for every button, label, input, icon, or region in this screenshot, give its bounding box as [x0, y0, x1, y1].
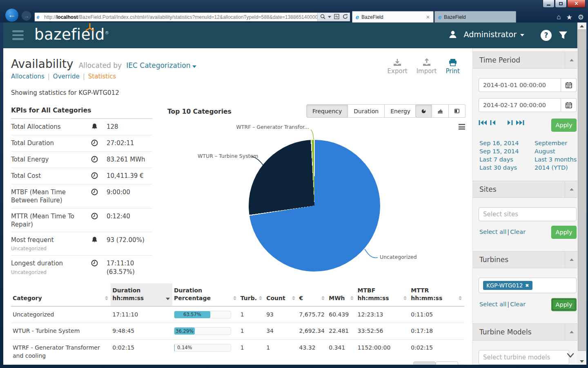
- turbines-clear-link[interactable]: Clear: [510, 301, 526, 307]
- table-row: Uncategorized17:11:1063.57%1937,675.7260…: [11, 306, 464, 323]
- quick-link[interactable]: 2014 (YTD): [535, 164, 577, 172]
- table-cell: 0:02:15: [409, 339, 464, 364]
- column-header-3[interactable]: Turb.: [239, 283, 265, 306]
- filter-icon[interactable]: [558, 30, 568, 42]
- kpi-row: Total Energy83.261 MWh: [11, 152, 152, 168]
- column-header-0[interactable]: Category: [11, 283, 111, 306]
- scrollbar-thumb[interactable]: [578, 29, 586, 351]
- metric-button-duration[interactable]: Duration: [348, 104, 385, 118]
- page-scrollbar[interactable]: [577, 22, 586, 365]
- chart-context-menu-icon[interactable]: [459, 124, 465, 131]
- scrollbar-down-icon[interactable]: [577, 358, 586, 365]
- column-header-5[interactable]: €: [298, 283, 327, 306]
- pie-chart[interactable]: [249, 140, 380, 272]
- turbines-select-all-link[interactable]: Select all: [479, 301, 506, 307]
- sites-select-all-link[interactable]: Select all: [479, 229, 506, 235]
- quick-link[interactable]: Last 7 days: [479, 155, 519, 164]
- favorites-star-icon[interactable]: ★: [566, 13, 572, 22]
- turbine-models-section-header[interactable]: Turbine Models: [473, 323, 578, 341]
- sort-icon: [321, 296, 325, 300]
- selected-turbine-tag: KGP-WTG012✖: [483, 281, 532, 290]
- quick-link[interactable]: September: [535, 139, 577, 147]
- column-header-7[interactable]: MTBF hh:mm:ss: [356, 283, 410, 306]
- export-button[interactable]: Export: [388, 58, 408, 75]
- column-header-4[interactable]: Count: [265, 283, 297, 306]
- turbines-section-header[interactable]: Turbines: [473, 251, 578, 268]
- quick-links-column-1: Sep 16, 2014Sep 15, 2014Last 7 daysLast …: [479, 139, 519, 172]
- sites-section-header[interactable]: Sites: [473, 181, 578, 198]
- pagination-button[interactable]: [436, 361, 458, 365]
- pagination-button[interactable]: [413, 361, 436, 365]
- browser-chrome: ✕ ← → e http://localhost/BazeField.Porta…: [0, 0, 588, 22]
- progress-fill: 63.57%: [174, 311, 210, 318]
- address-dropdown-icon[interactable]: [328, 16, 331, 18]
- close-window-button[interactable]: ✕: [567, 0, 586, 8]
- collapse-chevron-icon[interactable]: [565, 324, 578, 340]
- metric-button-energy[interactable]: Energy: [385, 104, 416, 118]
- nav-link-statistics[interactable]: Statistics: [88, 73, 116, 80]
- previous-period-icon[interactable]: [490, 119, 496, 126]
- column-chart-type-button[interactable]: [432, 104, 449, 118]
- browser-back-button[interactable]: ←: [5, 8, 19, 22]
- skip-first-icon[interactable]: [479, 119, 487, 126]
- kpi-panel: KPIs for All Categories Total Allocation…: [11, 107, 152, 280]
- print-button[interactable]: Print: [445, 58, 460, 75]
- column-header-2[interactable]: Duration Percentage: [172, 283, 239, 306]
- compatibility-view-icon[interactable]: [333, 14, 340, 20]
- calendar-icon[interactable]: [561, 98, 577, 112]
- table-cell: 1152:00:00: [356, 339, 410, 364]
- search-icon[interactable]: [319, 14, 326, 20]
- turbines-apply-button[interactable]: Apply: [551, 298, 577, 311]
- date-from-input[interactable]: [479, 78, 561, 92]
- chart-panel: Top 10 Categories FrequencyDurationEnerg…: [165, 104, 467, 283]
- quick-link[interactable]: Sep 15, 2014: [479, 147, 519, 155]
- remove-tag-icon[interactable]: ✖: [525, 283, 529, 288]
- sites-select-input[interactable]: Select sites: [479, 207, 577, 221]
- browser-tab-active[interactable]: e BazeField ✕: [352, 11, 434, 22]
- calendar-icon[interactable]: [561, 78, 577, 92]
- scrollbar-up-icon[interactable]: [577, 22, 586, 29]
- pie-chart-type-button[interactable]: [415, 104, 432, 118]
- refresh-icon[interactable]: [342, 14, 348, 20]
- allocation-type-dropdown[interactable]: IEC Categorization: [126, 61, 190, 70]
- turbines-select-input[interactable]: KGP-WTG012✖: [479, 278, 577, 293]
- import-button[interactable]: Import: [416, 58, 437, 75]
- turbine-models-select-input[interactable]: Select turbine models: [479, 350, 569, 365]
- chevron-down-icon[interactable]: [567, 352, 574, 359]
- progress-fill: 36.29%: [174, 328, 195, 334]
- settings-gear-icon[interactable]: ⚙: [578, 13, 584, 22]
- metric-button-frequency[interactable]: Frequency: [306, 104, 348, 118]
- column-header-8[interactable]: MTTR hh:mm:ss: [409, 283, 464, 306]
- quick-link[interactable]: August: [535, 147, 577, 155]
- time-period-apply-button[interactable]: Apply: [551, 119, 577, 132]
- column-header-6[interactable]: MWh: [327, 283, 356, 306]
- browser-forward-button[interactable]: →: [21, 11, 31, 21]
- kpi-label: Total Duration: [11, 139, 91, 148]
- date-to-input[interactable]: [479, 98, 561, 112]
- user-menu[interactable]: Administrator: [448, 29, 524, 39]
- time-period-section-header[interactable]: Time Period: [473, 52, 578, 69]
- collapse-chevron-icon[interactable]: [565, 181, 578, 197]
- quick-link[interactable]: Last 3 months: [535, 155, 577, 164]
- home-icon[interactable]: ⌂: [557, 13, 561, 22]
- quick-link[interactable]: Sep 16, 2014: [479, 139, 519, 147]
- skip-last-icon[interactable]: [516, 119, 524, 126]
- quick-link[interactable]: Last 30 days: [479, 164, 519, 172]
- tab-close-icon[interactable]: ✕: [426, 14, 430, 20]
- menu-hamburger-icon[interactable]: [12, 30, 24, 41]
- collapse-chevron-icon[interactable]: [565, 52, 578, 68]
- columnrange-chart-type-button[interactable]: [449, 104, 466, 118]
- browser-tab-inactive[interactable]: e BazeField: [434, 11, 516, 22]
- nav-link-allocations[interactable]: Allocations: [11, 73, 45, 80]
- chevron-down-icon: [192, 65, 196, 68]
- address-bar[interactable]: e http://localhost/BazeField.Portal/Inde…: [34, 12, 350, 22]
- sites-apply-button[interactable]: Apply: [551, 226, 577, 239]
- minimize-button[interactable]: [543, 0, 555, 8]
- help-icon[interactable]: ?: [541, 30, 552, 41]
- collapse-chevron-icon[interactable]: [565, 251, 578, 268]
- sites-clear-link[interactable]: Clear: [510, 229, 526, 235]
- column-header-1[interactable]: Duration hh:mm:ss: [111, 283, 172, 306]
- next-period-icon[interactable]: [507, 119, 513, 126]
- nav-link-override[interactable]: Override: [53, 73, 80, 80]
- maximize-button[interactable]: [555, 0, 567, 8]
